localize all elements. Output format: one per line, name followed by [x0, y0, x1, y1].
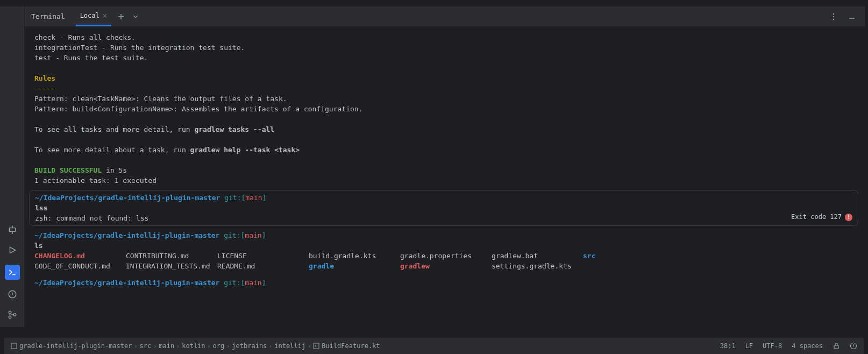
prompt-line: ~/IdeaProjects/gradle-intellij-plugin-ma… — [34, 230, 853, 240]
error-icon: ! — [845, 214, 852, 221]
module-icon — [11, 343, 17, 349]
file-item: gradlew.bat — [492, 251, 583, 261]
more-icon[interactable] — [829, 12, 838, 21]
indent-setting[interactable]: 4 spaces — [792, 342, 823, 350]
breadcrumb-item[interactable]: org — [213, 342, 225, 350]
svg-point-2 — [9, 311, 11, 314]
terminal-tab-local[interactable]: Local × — [76, 6, 112, 26]
tool-window-left-bar — [0, 6, 25, 327]
output-line: BUILD SUCCESSFUL in 5s — [34, 165, 853, 175]
command-block-current: ~/IdeaProjects/gradle-intellij-plugin-ma… — [29, 275, 858, 290]
file-item: LICENSE — [217, 251, 309, 261]
ls-output: CHANGELOG.md CONTRIBUTING.md LICENSE bui… — [34, 251, 853, 271]
line-separator[interactable]: LF — [745, 342, 753, 350]
file-item: CHANGELOG.md — [34, 251, 126, 261]
chevron-right-icon: › — [269, 343, 272, 349]
status-bar: gradle-intellij-plugin-master › src › ma… — [4, 338, 864, 354]
output-block-gradle: check - Runs all checks. integrationTest… — [29, 30, 858, 188]
dir-item: gradle — [309, 261, 400, 271]
output-line: ----- — [34, 83, 853, 94]
output-line: zsh: command not found: lss — [35, 213, 852, 223]
terminal-tool-icon[interactable] — [5, 265, 20, 280]
output-line: check - Runs all checks. — [34, 32, 853, 43]
run-icon[interactable] — [6, 244, 18, 256]
inspection-icon[interactable] — [850, 342, 857, 350]
output-line: 1 actionable task: 1 executed — [34, 175, 853, 186]
file-item: settings.gradle.kts — [492, 261, 583, 271]
file-item: CODE_OF_CONDUCT.md — [34, 261, 126, 271]
breadcrumb-item[interactable]: jetbrains — [232, 342, 267, 350]
svg-point-6 — [833, 16, 835, 17]
chevron-right-icon: › — [226, 343, 230, 349]
lock-icon[interactable] — [833, 342, 840, 350]
svg-point-4 — [13, 314, 16, 316]
prompt-line[interactable]: ~/IdeaProjects/gradle-intellij-plugin-ma… — [34, 278, 853, 288]
breadcrumb-item[interactable]: main — [159, 342, 174, 350]
vcs-icon[interactable] — [6, 309, 18, 321]
terminal-tab-bar: Terminal Local × — [25, 6, 865, 27]
command-block-ls: ~/IdeaProjects/gradle-intellij-plugin-ma… — [29, 228, 858, 273]
file-item: README.md — [217, 261, 309, 271]
output-line: To see more detail about a task, run gra… — [34, 145, 853, 155]
chevron-right-icon: › — [153, 343, 156, 349]
output-line: To see all tasks and more detail, run gr… — [34, 124, 853, 134]
command-block-error: ~/IdeaProjects/gradle-intellij-plugin-ma… — [29, 190, 858, 226]
output-line: Pattern: clean<TaskName>: Cleans the out… — [34, 94, 853, 104]
breadcrumb-item[interactable]: BuildFeature.kt — [322, 342, 380, 350]
svg-point-3 — [9, 316, 11, 318]
svg-rect-8 — [11, 343, 17, 349]
chevron-right-icon: › — [208, 343, 211, 349]
output-line: test - Runs the test suite. — [34, 53, 853, 63]
chevron-right-icon: › — [176, 343, 180, 349]
breadcrumb-item[interactable]: gradle-intellij-plugin-master — [19, 342, 132, 350]
output-line: integrationTest - Runs the integration t… — [34, 43, 853, 53]
svg-point-5 — [833, 13, 835, 15]
svg-point-7 — [833, 18, 835, 20]
kotlin-file-icon — [313, 343, 319, 349]
terminal-output[interactable]: check - Runs all checks. integrationTest… — [25, 27, 865, 327]
exit-code-badge: Exit code 127 ! — [791, 212, 852, 222]
tool-window-title: Terminal — [31, 12, 65, 20]
command-input: ls — [34, 240, 853, 251]
prompt-line: ~/IdeaProjects/gradle-intellij-plugin-ma… — [35, 193, 852, 203]
file-item: gradle.properties — [400, 251, 492, 261]
breadcrumb-item[interactable]: src — [140, 342, 152, 350]
output-heading: Rules — [34, 73, 853, 83]
file-item: INTEGRATION_TESTS.md — [126, 261, 217, 271]
file-item: gradlew — [400, 261, 492, 271]
svg-rect-10 — [834, 345, 838, 349]
minimize-icon[interactable] — [848, 12, 856, 21]
tab-label: Local — [80, 12, 99, 19]
output-line: Pattern: build<ConfigurationName>: Assem… — [34, 104, 853, 114]
status-bar-right: 38:1 LF UTF-8 4 spaces — [720, 342, 857, 350]
close-tab-icon[interactable]: × — [103, 11, 107, 20]
breadcrumb-item[interactable]: intellij — [274, 342, 305, 350]
file-item: CONTRIBUTING.md — [126, 251, 217, 261]
dir-item: src — [583, 251, 853, 261]
file-encoding[interactable]: UTF-8 — [763, 342, 782, 350]
command-input: lss — [35, 203, 852, 213]
breadcrumb: gradle-intellij-plugin-master › src › ma… — [11, 342, 380, 350]
new-tab-icon[interactable] — [117, 12, 125, 21]
tab-dropdown-icon[interactable] — [132, 13, 139, 20]
terminal-tool-window: Terminal Local × check - Runs all checks… — [25, 6, 865, 327]
file-item: build.gradle.kts — [309, 251, 400, 261]
cursor-position[interactable]: 38:1 — [720, 342, 736, 350]
problems-icon[interactable] — [6, 288, 18, 300]
breadcrumb-item[interactable]: kotlin — [182, 342, 205, 350]
svg-marker-0 — [10, 247, 15, 253]
structure-icon[interactable] — [6, 224, 18, 236]
chevron-right-icon: › — [308, 343, 311, 349]
chevron-right-icon: › — [134, 343, 138, 349]
